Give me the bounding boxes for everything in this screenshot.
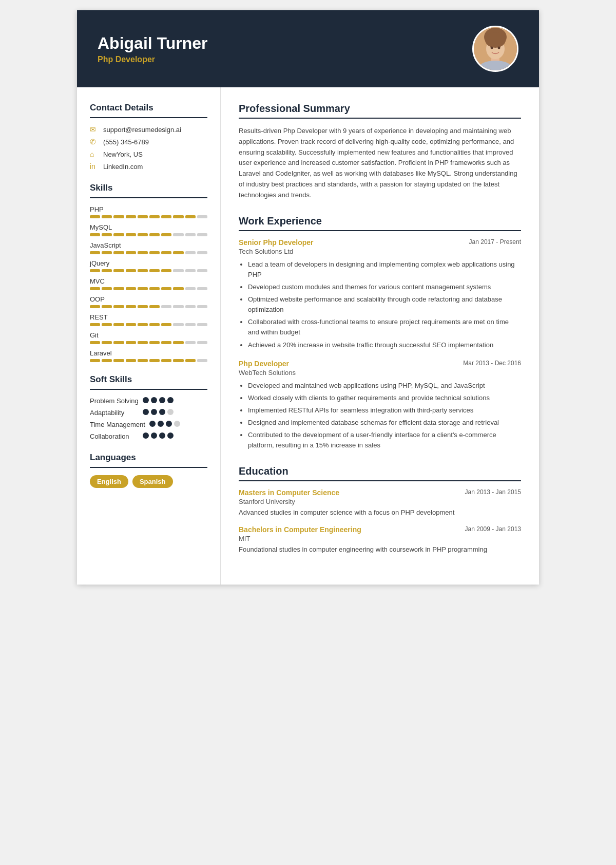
job-bullet: Developed custom modules and themes for … <box>248 282 521 292</box>
contact-linkedin: in LinkedIn.com <box>90 162 207 171</box>
skill-segment <box>90 287 100 290</box>
skill-segment <box>161 233 171 236</box>
soft-skill-dot <box>159 409 165 415</box>
skill-segment <box>90 269 100 272</box>
skill-segment <box>173 215 183 218</box>
skill-segment <box>113 305 124 308</box>
skill-segment <box>197 233 207 236</box>
work-experience-divider <box>239 230 521 231</box>
soft-skill-label: Problem Solving <box>90 397 139 405</box>
soft-skill-label: Time Management <box>90 421 145 428</box>
skill-segment <box>161 287 171 290</box>
skill-segment <box>185 287 196 290</box>
soft-skill-dots <box>149 421 180 427</box>
soft-skill-dots <box>143 432 174 439</box>
skill-segment <box>102 233 112 236</box>
skill-segment <box>126 341 136 344</box>
skill-segment <box>90 215 100 218</box>
skill-label: jQuery <box>90 259 207 267</box>
summary-text: Results-driven Php Developer with 9 year… <box>239 126 521 201</box>
language-tags: EnglishSpanish <box>90 475 207 488</box>
soft-skill-dot <box>151 409 157 415</box>
language-tag: Spanish <box>132 475 173 488</box>
work-experience-title: Work Experience <box>239 215 521 227</box>
soft-skill-dot <box>151 432 157 439</box>
job-title: Php Developer <box>239 360 289 368</box>
skill-segment <box>185 359 196 362</box>
education-entry: Masters in Computer ScienceJan 2013 - Ja… <box>239 488 521 518</box>
skill-segment <box>113 233 124 236</box>
skill-segment <box>113 269 124 272</box>
skill-segment <box>173 233 183 236</box>
soft-skills-divider <box>90 389 207 390</box>
phone-icon: ✆ <box>90 138 99 146</box>
skill-segment <box>197 359 207 362</box>
languages-title: Languages <box>90 453 207 463</box>
soft-skill-dot <box>143 397 149 403</box>
job-title: Senior Php Developer <box>239 238 313 247</box>
candidate-title: Php Developer <box>98 55 208 64</box>
skill-segment <box>197 269 207 272</box>
education-section: Education Masters in Computer ScienceJan… <box>239 465 521 555</box>
soft-skill-dot <box>143 409 149 415</box>
skill-segment <box>138 341 148 344</box>
skill-segment <box>126 359 136 362</box>
skill-segment <box>185 341 196 344</box>
skill-label: Laravel <box>90 349 207 357</box>
skill-segment <box>102 323 112 326</box>
skill-segment <box>149 251 160 254</box>
skill-segment <box>149 233 160 236</box>
soft-skill-dot <box>149 421 156 427</box>
job-entry: Senior Php DeveloperJan 2017 - PresentTe… <box>239 238 521 350</box>
skill-label: REST <box>90 313 207 321</box>
soft-skill-dot <box>166 421 172 427</box>
skill-label: PHP <box>90 205 207 213</box>
skill-segment <box>113 215 124 218</box>
skill-segment <box>138 269 148 272</box>
skill-segment <box>102 287 112 290</box>
education-list: Masters in Computer ScienceJan 2013 - Ja… <box>239 488 521 555</box>
skill-segment <box>185 215 196 218</box>
skill-segment <box>138 359 148 362</box>
job-bullet: Designed and implemented database schema… <box>248 418 521 428</box>
header-name-block: Abigail Turner Php Developer <box>98 34 208 64</box>
skill-segment <box>149 359 160 362</box>
edu-degree: Bachelors in Computer Engineering <box>239 525 361 534</box>
skills-divider <box>90 197 207 198</box>
skill-bar <box>90 233 207 236</box>
soft-skill-row: Adaptability <box>90 409 207 417</box>
location-value: NewYork, US <box>103 151 143 158</box>
skill-segment <box>149 305 160 308</box>
skill-segment <box>173 305 183 308</box>
edu-degree: Masters in Computer Science <box>239 488 339 497</box>
skill-segment <box>185 251 196 254</box>
linkedin-value: LinkedIn.com <box>103 163 143 171</box>
job-dates: Mar 2013 - Dec 2016 <box>463 360 521 367</box>
skill-segment <box>90 233 100 236</box>
education-title: Education <box>239 465 521 477</box>
soft-skills-title: Soft Skills <box>90 374 207 385</box>
skill-segment <box>173 287 183 290</box>
skill-bar <box>90 287 207 290</box>
skill-segment <box>126 215 136 218</box>
skill-segment <box>161 359 171 362</box>
soft-skill-dot <box>167 409 174 415</box>
skill-segment <box>149 287 160 290</box>
edu-dates: Jan 2013 - Jan 2015 <box>465 488 521 496</box>
skill-segment <box>113 323 124 326</box>
soft-skill-dot <box>167 397 174 403</box>
skill-segment <box>185 323 196 326</box>
skill-bar <box>90 359 207 362</box>
soft-skill-dot <box>174 421 180 427</box>
skill-segment <box>173 323 183 326</box>
soft-skills-list: Problem SolvingAdaptabilityTime Manageme… <box>90 397 207 440</box>
skill-segment <box>138 323 148 326</box>
linkedin-icon: in <box>90 162 99 171</box>
phone-value: (555) 345-6789 <box>103 138 149 146</box>
job-bullet: Achieved a 20% increase in website traff… <box>248 340 521 350</box>
skill-segment <box>149 323 160 326</box>
job-bullet: Worked closely with clients to gather re… <box>248 393 521 403</box>
avatar <box>472 26 518 72</box>
skills-section: Skills PHPMySQLJavaScriptjQueryMVCOOPRES… <box>90 183 207 362</box>
skill-segment <box>113 341 124 344</box>
